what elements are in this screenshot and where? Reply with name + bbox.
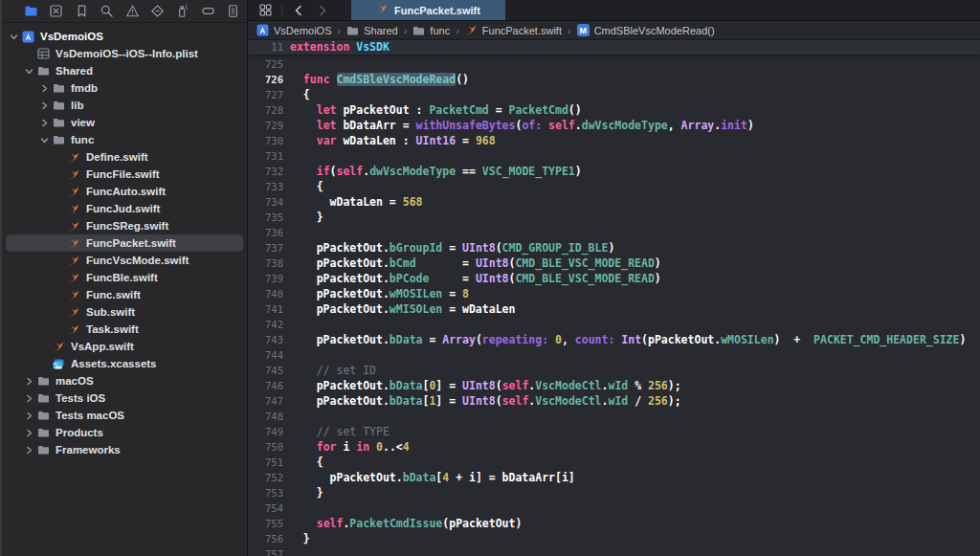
code-line[interactable]: 755 self.PacketCmdIssue(pPacketOut): [248, 516, 980, 531]
sidebar-item-vsdemoios-ios-info-plist[interactable]: VsDemoiOS--iOS--Info.plist: [6, 45, 243, 62]
issues-icon[interactable]: [124, 3, 141, 19]
line-number[interactable]: 753: [248, 485, 283, 500]
sidebar-item-func-swift[interactable]: Func.swift: [6, 286, 243, 303]
code-line[interactable]: 727 {: [248, 87, 980, 102]
sidebar-item-vsapp-swift[interactable]: VsApp.swift: [6, 338, 243, 355]
breadcrumb-item-3[interactable]: func: [412, 25, 450, 36]
sidebar-item-funcauto-swift[interactable]: FuncAuto.swift: [6, 183, 243, 200]
code-line[interactable]: 731: [248, 148, 980, 164]
line-number[interactable]: 743: [248, 332, 283, 347]
disclosure-right-icon[interactable]: [38, 101, 51, 110]
code-line[interactable]: 750 for i in 0..<4: [248, 439, 980, 455]
code-line[interactable]: 738 pPacketOut.bCmd = UInt8(CMD_BLE_VSC_…: [248, 256, 980, 271]
code-line[interactable]: 745 // set ID: [248, 363, 980, 378]
line-number[interactable]: 727: [248, 87, 283, 102]
code-line[interactable]: 11extension VsSDK: [248, 40, 390, 56]
disclosure-down-icon[interactable]: [8, 33, 20, 41]
back-icon[interactable]: [290, 2, 306, 18]
sidebar-item-sub-swift[interactable]: Sub.swift: [6, 303, 243, 321]
code-line[interactable]: 742: [248, 317, 980, 332]
code-line[interactable]: 737 pPacketOut.bGroupId = UInt8(CMD_GROU…: [248, 240, 980, 256]
code-line[interactable]: 754: [248, 500, 980, 516]
sidebar-item-frameworks[interactable]: Frameworks: [6, 441, 243, 458]
line-number[interactable]: 11: [248, 40, 283, 56]
disclosure-right-icon[interactable]: [38, 119, 51, 127]
sidebar-item-assets-xcassets[interactable]: Assets.xcassets: [6, 355, 243, 372]
line-number[interactable]: 740: [248, 286, 283, 301]
sidebar-item-funcsreg-swift[interactable]: FuncSReg.swift: [6, 217, 243, 234]
line-number[interactable]: 735: [248, 210, 283, 225]
code-line[interactable]: 734 wDataLen = 568: [248, 194, 980, 210]
disclosure-right-icon[interactable]: [23, 429, 35, 437]
debug-icon[interactable]: [174, 3, 190, 19]
line-number[interactable]: 736: [248, 225, 283, 240]
line-number[interactable]: 741: [248, 301, 283, 317]
line-number[interactable]: 750: [248, 439, 283, 455]
line-number[interactable]: 752: [248, 470, 283, 485]
disclosure-right-icon[interactable]: [38, 84, 51, 93]
sidebar-item-lib[interactable]: lib: [6, 97, 243, 114]
code-line[interactable]: 752 pPacketOut.bData[4 + i] = bDataArr[i…: [248, 470, 980, 485]
code-line[interactable]: 728 let pPacketOut : PacketCmd = PacketC…: [248, 102, 980, 118]
sidebar-item-fmdb[interactable]: fmdb: [6, 79, 243, 97]
line-number[interactable]: 746: [248, 378, 283, 393]
code-line[interactable]: 735 }: [248, 210, 980, 225]
line-number[interactable]: 744: [248, 347, 283, 363]
sidebar-item-funcjud-swift[interactable]: FuncJud.swift: [6, 200, 243, 217]
code-line[interactable]: 749 // set TYPE: [248, 424, 980, 439]
sidebar-item-vsdemoios[interactable]: VsDemoiOS: [6, 28, 243, 45]
code-line[interactable]: 732 if(self.dwVscModeType == VSC_MODE_TY…: [248, 164, 980, 179]
line-number[interactable]: 733: [248, 179, 283, 194]
code-line[interactable]: 739 pPacketOut.bPCode = UInt8(CMD_BLE_VS…: [248, 271, 980, 286]
breadcrumb-item-4[interactable]: FuncPacket.swift: [465, 24, 562, 36]
code-line[interactable]: 729 let bDataArr = withUnsafeBytes(of: s…: [248, 118, 980, 133]
line-number[interactable]: 738: [248, 256, 283, 271]
line-number[interactable]: 730: [248, 133, 283, 148]
line-number[interactable]: 757: [248, 546, 283, 556]
line-number[interactable]: 754: [248, 500, 283, 516]
line-number[interactable]: 751: [248, 455, 283, 470]
code-line[interactable]: 753 }: [248, 485, 980, 500]
breadcrumb-item-1[interactable]: VsDemoiOS: [256, 24, 332, 36]
reports-icon[interactable]: [225, 3, 241, 19]
code-line[interactable]: 746 pPacketOut.bData[0] = UInt8(self.Vsc…: [248, 378, 980, 393]
line-number[interactable]: 734: [248, 194, 283, 210]
code-line[interactable]: 756 }: [248, 531, 980, 546]
breakpoints-icon[interactable]: [200, 3, 216, 19]
sidebar-item-view[interactable]: view: [6, 114, 243, 131]
sidebar-item-tests-ios[interactable]: Tests iOS: [6, 389, 243, 407]
disclosure-down-icon[interactable]: [38, 136, 51, 145]
code-line[interactable]: 741 pPacketOut.wMISOLen = wDataLen: [248, 301, 980, 317]
tests-icon[interactable]: [149, 3, 166, 19]
source-control-icon[interactable]: [48, 3, 64, 19]
forward-icon[interactable]: [314, 2, 330, 18]
line-number[interactable]: 725: [248, 56, 283, 72]
sidebar-item-funcvscmode-swift[interactable]: FuncVscMode.swift: [6, 252, 243, 269]
line-number[interactable]: 737: [248, 240, 283, 256]
line-number[interactable]: 747: [248, 393, 283, 409]
line-number[interactable]: 742: [248, 317, 283, 332]
sidebar-item-define-swift[interactable]: Define.swift: [6, 148, 243, 166]
line-number[interactable]: 749: [248, 424, 283, 439]
line-number[interactable]: 732: [248, 164, 283, 179]
tab-funcpacket-swift[interactable]: FuncPacket.swift: [351, 0, 505, 20]
disclosure-right-icon[interactable]: [23, 377, 35, 386]
line-number[interactable]: 756: [248, 531, 283, 546]
line-number[interactable]: 731: [248, 148, 283, 164]
code-line[interactable]: 726 func CmdSBleVscModeRead(): [248, 72, 980, 87]
sidebar-item-task-swift[interactable]: Task.swift: [6, 321, 243, 338]
disclosure-down-icon[interactable]: [23, 67, 35, 76]
sidebar-item-func[interactable]: func: [6, 131, 243, 148]
bookmarks-icon[interactable]: [74, 3, 90, 19]
sidebar-item-macos[interactable]: macOS: [6, 372, 243, 389]
disclosure-right-icon[interactable]: [23, 394, 35, 403]
line-number[interactable]: 729: [248, 118, 283, 133]
code-line[interactable]: 747 pPacketOut.bData[1] = UInt8(self.Vsc…: [248, 393, 980, 409]
line-number[interactable]: 745: [248, 363, 283, 378]
code-line[interactable]: 757: [248, 546, 980, 556]
code-line[interactable]: 748: [248, 409, 980, 424]
disclosure-right-icon[interactable]: [23, 411, 35, 420]
sidebar-item-shared[interactable]: Shared: [6, 62, 243, 79]
sidebar-item-funcfile-swift[interactable]: FuncFile.swift: [6, 166, 243, 183]
code-line[interactable]: 733 {: [248, 179, 980, 194]
